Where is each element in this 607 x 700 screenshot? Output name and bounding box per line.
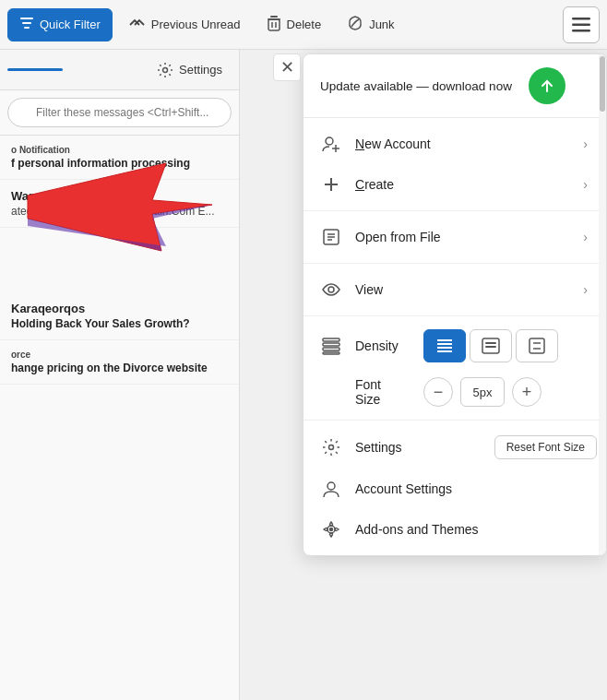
- message-sender: Warren: [11, 189, 228, 203]
- junk-label: Junk: [369, 18, 394, 31]
- update-banner: Update available — download now: [304, 54, 606, 118]
- previous-unread-label: Previous Unread: [151, 18, 241, 31]
- quick-filter-button[interactable]: Quick Filter: [7, 8, 113, 42]
- reset-font-size-button[interactable]: Reset Font Size: [494, 435, 597, 459]
- font-size-decrease-button[interactable]: −: [423, 377, 453, 407]
- view-icon: [320, 279, 342, 301]
- view-arrow: ›: [583, 282, 588, 297]
- add-ons-item[interactable]: Add-ons and Themes: [304, 509, 606, 550]
- font-size-row: FontSize − 5px +: [304, 370, 606, 414]
- toolbar: Quick Filter Previous Unread Delete: [0, 0, 607, 50]
- svg-rect-5: [268, 19, 280, 30]
- notification-label: o Notification: [11, 145, 228, 155]
- svg-rect-2: [24, 27, 30, 29]
- view-item[interactable]: View ›: [304, 269, 606, 310]
- svg-rect-27: [323, 348, 339, 350]
- dropdown-menu: Update available — download now New Acco…: [303, 53, 607, 556]
- svg-rect-10: [572, 30, 590, 32]
- filter-input[interactable]: [7, 98, 232, 127]
- notification-label: orce: [11, 350, 228, 360]
- settings-row: Settings Reset Font Size: [304, 426, 606, 469]
- account-settings-item[interactable]: Account Settings: [304, 469, 606, 509]
- density-label: Density: [355, 338, 411, 353]
- svg-rect-8: [572, 18, 590, 20]
- tab-indicator: [7, 68, 63, 71]
- svg-point-24: [328, 287, 334, 292]
- density-medium-button[interactable]: [470, 329, 512, 362]
- svg-rect-35: [485, 346, 496, 348]
- open-arrow: ›: [583, 230, 588, 244]
- new-account-label: New Account: [355, 136, 565, 151]
- message-list: o Notification f personal information pr…: [0, 136, 239, 700]
- view-section: View ›: [304, 264, 606, 316]
- list-item[interactable]: orce hange pricing on the Divorce websit…: [0, 340, 239, 385]
- open-file-icon: [320, 226, 342, 248]
- create-label: Create: [355, 177, 565, 192]
- open-from-file-label: Open from File: [355, 230, 565, 244]
- settings-tab-button[interactable]: Settings: [148, 58, 232, 82]
- scrollbar-thumb: [600, 56, 605, 112]
- svg-rect-34: [485, 342, 496, 344]
- panel-tabs: Settings: [0, 50, 239, 90]
- svg-rect-0: [20, 18, 33, 19]
- filter-icon: [19, 16, 34, 33]
- close-button[interactable]: ✕: [273, 53, 301, 81]
- add-ons-icon: [320, 518, 342, 540]
- settings-label: Settings: [179, 63, 222, 77]
- add-ons-label: Add-ons and Themes: [355, 522, 565, 537]
- message-subject: Holding Back Your Sales Growth?: [11, 317, 228, 330]
- svg-rect-4: [270, 16, 278, 18]
- account-settings-label: Account Settings: [355, 481, 565, 496]
- message-sender: Karaqeorqos: [11, 302, 228, 315]
- density-spacious-button[interactable]: [516, 329, 558, 362]
- previous-unread-icon: [127, 16, 146, 33]
- delete-button[interactable]: Delete: [256, 8, 333, 42]
- svg-point-15: [326, 137, 333, 145]
- hamburger-menu-button[interactable]: [563, 6, 600, 43]
- left-panel: Settings 🔍 o Notification f personal inf…: [0, 50, 240, 700]
- density-compact-button[interactable]: [423, 329, 466, 362]
- list-item[interactable]: Karaqeorqos Holding Back Your Sales Grow…: [0, 292, 239, 340]
- svg-rect-29: [437, 339, 452, 341]
- quick-filter-label: Quick Filter: [40, 18, 101, 31]
- create-icon: [320, 173, 342, 196]
- create-arrow: ›: [583, 177, 588, 192]
- previous-unread-button[interactable]: Previous Unread: [116, 8, 252, 42]
- density-buttons: [423, 329, 558, 362]
- junk-icon: [347, 15, 363, 34]
- message-subject: hange pricing on the Divorce website: [11, 362, 228, 374]
- svg-rect-1: [22, 22, 31, 24]
- svg-point-40: [327, 482, 335, 490]
- filter-bar: 🔍: [0, 90, 239, 136]
- svg-point-42: [330, 528, 333, 531]
- svg-rect-26: [323, 343, 339, 346]
- create-item[interactable]: Create ›: [304, 164, 606, 205]
- open-section: Open from File ›: [304, 211, 606, 264]
- svg-point-11: [163, 67, 168, 72]
- view-label: View: [355, 282, 565, 297]
- svg-rect-25: [323, 338, 339, 341]
- list-item[interactable]: o Notification f personal information pr…: [0, 136, 239, 180]
- list-item[interactable]: Warren ategies for Theministry of Aulain…: [0, 180, 239, 228]
- settings-section: Settings Reset Font Size Account Setting…: [304, 421, 606, 555]
- delete-label: Delete: [287, 18, 322, 31]
- download-update-button[interactable]: [529, 67, 565, 104]
- new-account-section: New Account › Create ›: [304, 118, 606, 211]
- svg-rect-31: [437, 347, 452, 349]
- svg-rect-9: [572, 23, 590, 26]
- svg-rect-28: [323, 352, 339, 354]
- settings-menu-label: Settings: [355, 440, 482, 455]
- svg-rect-36: [530, 338, 544, 353]
- font-size-value: 5px: [460, 377, 505, 407]
- font-size-increase-button[interactable]: +: [512, 377, 542, 407]
- density-row: Density: [304, 322, 606, 370]
- settings-icon: [320, 436, 342, 458]
- svg-point-39: [329, 445, 334, 450]
- new-account-item[interactable]: New Account ›: [304, 124, 606, 164]
- junk-button[interactable]: Junk: [336, 8, 405, 42]
- message-subject: f personal information processing: [11, 157, 228, 170]
- open-from-file-item[interactable]: Open from File ›: [304, 217, 606, 257]
- update-text: Update available — download now: [320, 79, 512, 93]
- new-account-arrow: ›: [583, 136, 588, 151]
- account-settings-icon: [320, 478, 342, 500]
